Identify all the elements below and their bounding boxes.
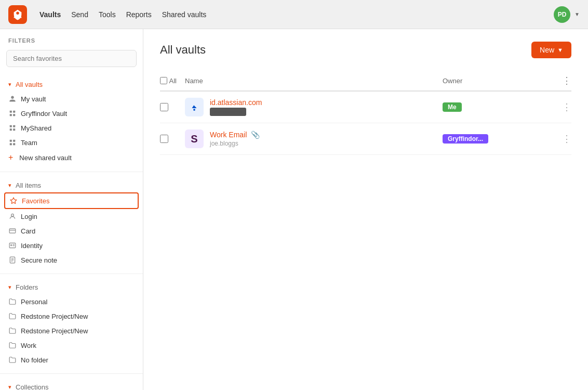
row2-owner-col: Gryffindor... — [443, 134, 546, 144]
collections-label: Collections — [16, 383, 49, 390]
table-row[interactable]: S Work Email 📎 joe.bloggs Gryffindor... … — [160, 123, 571, 155]
nav-links: Vaults Send Tools Reports Shared vaults — [39, 10, 206, 19]
row1-actions-col: ⋮ — [555, 101, 571, 113]
row1-item-name: id.atlassian.com — [210, 98, 262, 107]
name-col-header: Name — [185, 77, 434, 85]
top-navigation: Vaults Send Tools Reports Shared vaults … — [0, 0, 588, 29]
svg-point-13 — [11, 214, 14, 216]
row2-checkbox[interactable] — [160, 135, 168, 143]
row2-name-col: S Work Email 📎 joe.bloggs — [185, 129, 434, 148]
sidebar-item-myshared[interactable]: MyShared ⋮ — [0, 121, 143, 135]
no-folder-label: No folder — [21, 356, 135, 364]
new-button[interactable]: New ▼ — [531, 42, 571, 58]
nav-right: PD ▼ — [554, 6, 580, 23]
collections-collapse-icon: ▾ — [8, 384, 11, 390]
vaults-section-header[interactable]: ▾ All vaults — [0, 77, 143, 92]
vaults-section: ▾ All vaults My vault Gryffindor Vault ⋮ — [0, 75, 143, 167]
my-vault-label: My vault — [21, 95, 135, 103]
new-shared-vault-label: New shared vault — [19, 154, 135, 162]
folder-personal-icon — [8, 297, 17, 306]
svg-rect-4 — [10, 125, 12, 127]
atlassian-logo — [185, 98, 204, 116]
sidebar-item-personal[interactable]: Personal — [0, 294, 143, 309]
card-icon — [8, 227, 17, 235]
row2-actions-col: ⋮ — [555, 133, 571, 145]
nav-tools[interactable]: Tools — [99, 10, 116, 19]
svg-rect-3 — [13, 114, 15, 116]
folders-section-header[interactable]: ▾ Folders — [0, 280, 143, 294]
sidebar-item-my-vault[interactable]: My vault — [0, 92, 143, 106]
row2-name-info: Work Email 📎 joe.bloggs — [210, 131, 260, 147]
add-vault-icon: + — [8, 153, 13, 162]
collections-section-header[interactable]: ▾ Collections — [0, 380, 143, 390]
svg-rect-9 — [13, 140, 15, 142]
sidebar-item-secure-note[interactable]: Secure note — [0, 253, 143, 267]
user-dropdown-icon[interactable]: ▼ — [574, 11, 580, 17]
folder-work-icon — [8, 341, 17, 349]
svg-rect-14 — [9, 229, 16, 233]
attachment-icon: 📎 — [251, 131, 260, 139]
team-label: Team — [21, 139, 135, 147]
nav-vaults[interactable]: Vaults — [39, 10, 61, 19]
row1-check-col — [160, 103, 177, 111]
divider-1 — [0, 172, 143, 172]
row1-checkbox[interactable] — [160, 103, 168, 111]
row2-item-sub: joe.bloggs — [210, 140, 260, 147]
row1-item-sub: •••••••••••••• — [210, 108, 246, 116]
sidebar-item-new-shared-vault[interactable]: + New shared vault — [0, 150, 143, 165]
row1-dots[interactable]: ⋮ — [562, 101, 571, 113]
vault-icon-myshared — [8, 124, 17, 132]
table-row[interactable]: id.atlassian.com •••••••••••••• Me ⋮ — [160, 92, 571, 123]
row2-item-name: Work Email — [210, 131, 247, 139]
sidebar-item-work[interactable]: Work — [0, 338, 143, 353]
owner-col-header: Owner — [443, 77, 546, 85]
vaults-collapse-icon: ▾ — [8, 81, 11, 88]
nav-reports[interactable]: Reports — [126, 10, 152, 19]
svg-rect-2 — [10, 114, 12, 116]
svg-point-17 — [11, 244, 12, 245]
filters-header: FILTERS — [0, 37, 143, 50]
row2-owner-badge: Gryffindor... — [443, 134, 488, 144]
new-button-chevron: ▼ — [557, 47, 563, 53]
divider-3 — [0, 373, 143, 374]
row2-dots[interactable]: ⋮ — [562, 133, 571, 145]
sidebar-item-no-folder[interactable]: No folder — [0, 353, 143, 367]
sidebar-item-gryffindor[interactable]: Gryffindor Vault ⋮ — [0, 106, 143, 121]
vault-icon-gryffindor — [8, 109, 17, 118]
folders-section: ▾ Folders Personal Redstone Project/New — [0, 278, 143, 369]
svg-point-24 — [193, 109, 195, 111]
note-icon — [8, 256, 17, 264]
select-all-checkbox[interactable] — [160, 76, 167, 85]
sidebar-item-favorites[interactable]: Favorites — [5, 193, 138, 208]
new-button-label: New — [540, 46, 554, 54]
gryffindor-label: Gryffindor Vault — [21, 110, 135, 118]
myshared-label: MyShared — [21, 124, 135, 132]
app-logo[interactable] — [8, 5, 27, 24]
main-content: All vaults New ▼ All Name Owner ⋮ — [143, 29, 588, 390]
items-section-header[interactable]: ▾ All items — [0, 178, 143, 192]
nav-send[interactable]: Send — [71, 10, 88, 19]
sidebar-item-identity[interactable]: Identity — [0, 238, 143, 253]
nav-shared-vaults[interactable]: Shared vaults — [162, 10, 207, 19]
main-layout: FILTERS ▾ All vaults My vault Gryffindor… — [0, 29, 588, 390]
sidebar-item-redstone2[interactable]: Redstone Project/New — [0, 323, 143, 338]
redstone1-label: Redstone Project/New — [21, 313, 135, 320]
sidebar-item-team[interactable]: Team ⋮ — [0, 135, 143, 150]
table-header-dots[interactable]: ⋮ — [562, 75, 571, 86]
sidebar-item-card[interactable]: Card — [0, 224, 143, 238]
work-label: Work — [21, 342, 135, 349]
user-avatar[interactable]: PD — [554, 6, 570, 23]
identity-label: Identity — [21, 242, 135, 250]
items-section: ▾ All items Favorites Login — [0, 176, 143, 269]
folder-redstone2-icon — [8, 327, 17, 335]
person-icon — [8, 95, 17, 103]
sidebar-item-redstone1[interactable]: Redstone Project/New — [0, 309, 143, 323]
all-vaults-label: All vaults — [16, 81, 43, 88]
favorites-wrapper: Favorites — [4, 192, 139, 209]
svg-rect-5 — [13, 125, 15, 127]
content-header: All vaults New ▼ — [160, 42, 571, 58]
search-input[interactable] — [6, 50, 137, 67]
collections-section: ▾ Collections Charms Collection Default … — [0, 378, 143, 390]
folder-redstone1-icon — [8, 312, 17, 320]
sidebar-item-login[interactable]: Login — [0, 209, 143, 224]
